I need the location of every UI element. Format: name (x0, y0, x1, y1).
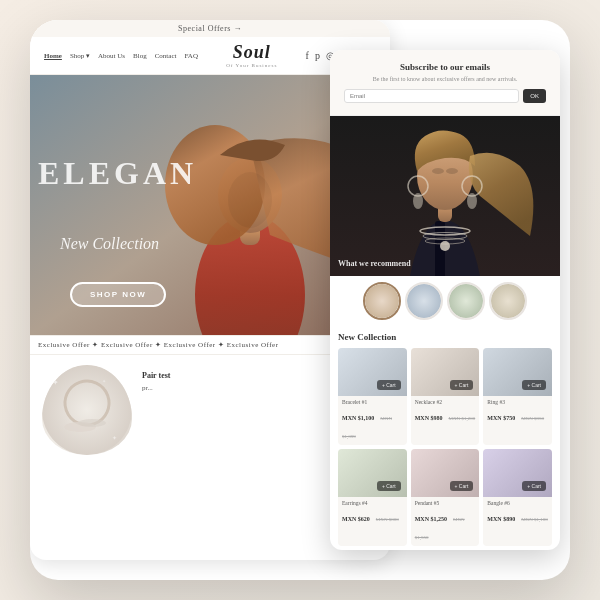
special-offers-bar[interactable]: Special Offers → (30, 20, 390, 37)
product-image: + Cart (338, 449, 407, 497)
what-recommend-label: What we recommend (338, 259, 411, 268)
product-info: Earrings #4 MXN $620 MXN $800 (338, 497, 407, 528)
svg-point-22 (413, 193, 423, 209)
nav-faq[interactable]: FAQ (184, 52, 197, 60)
subscribe-email-input[interactable] (344, 89, 519, 103)
thumb-item[interactable] (447, 282, 485, 320)
subscribe-title: Subscribe to our emails (344, 62, 546, 72)
nav-about[interactable]: About Us (98, 52, 125, 60)
svg-point-26 (446, 168, 458, 174)
earring-svg: ✦ ✦ ✦ (42, 365, 132, 455)
svg-text:✦: ✦ (52, 378, 59, 387)
product-name: Necklace #2 (415, 399, 476, 405)
jewelry-woman-svg (330, 116, 560, 276)
product-old-price: MXN $1,200 (449, 416, 476, 421)
hero-text-collection: New Collection (60, 235, 159, 253)
product-card: + Cart Pendant #5 MXN $1,250 MXN $1,550 (411, 449, 480, 546)
nav-contact[interactable]: Contact (155, 52, 177, 60)
add-to-cart-button[interactable]: + Cart (377, 380, 401, 390)
nav-blog[interactable]: Blog (133, 52, 147, 60)
product-card: + Cart Ring #3 MXN $750 MXN $950 (483, 348, 552, 445)
svg-point-24 (467, 193, 477, 209)
add-to-cart-button[interactable]: + Cart (450, 481, 474, 491)
new-collection-section: New Collection + Cart Bracelet #1 MXN $1… (330, 326, 560, 550)
subscribe-button[interactable]: OK (523, 89, 546, 103)
thumb-image (491, 284, 525, 318)
product-image: + Cart (411, 348, 480, 396)
product-thumbs-row (330, 276, 560, 326)
device-frame: Special Offers → Home Shop ▾ About Us Bl… (30, 20, 570, 580)
product-price: MXN $620 (342, 516, 370, 522)
special-offers-text: Special Offers → (178, 24, 242, 33)
product-old-price: MXN $1,100 (521, 517, 548, 522)
product-price: MXN $980 (415, 415, 443, 421)
subscribe-section: Subscribe to our emails Be the first to … (330, 50, 560, 116)
exclusive-text: Exclusive Offer ✦ Exclusive Offer ✦ Excl… (38, 341, 279, 349)
product-price: MXN $750 (487, 415, 515, 421)
product-name: Earrings #4 (342, 500, 403, 506)
product-name: Pendant #5 (415, 500, 476, 506)
logo-soul: Soul (226, 43, 277, 63)
nav-home[interactable]: Home (44, 52, 62, 60)
product-card: + Cart Necklace #2 MXN $980 MXN $1,200 (411, 348, 480, 445)
thumb-item[interactable] (405, 282, 443, 320)
nav-shop[interactable]: Shop ▾ (70, 52, 90, 60)
product-old-price: MXN $950 (521, 416, 544, 421)
thumb-image (407, 284, 441, 318)
thumb-image (365, 284, 399, 318)
add-to-cart-button[interactable]: + Cart (450, 380, 474, 390)
svg-text:✦: ✦ (112, 435, 117, 441)
facebook-icon[interactable]: f (306, 50, 309, 61)
product-name: Ring #3 (487, 399, 548, 405)
pair-text: Pair test pr... (142, 365, 171, 394)
product-info: Bangle #6 MXN $890 MXN $1,100 (483, 497, 552, 528)
shop-now-button[interactable]: SHOP NOW (70, 282, 166, 307)
add-to-cart-button[interactable]: + Cart (522, 481, 546, 491)
thumb-item[interactable] (363, 282, 401, 320)
product-image: + Cart (411, 449, 480, 497)
product-name: Bangle #6 (487, 500, 548, 506)
product-grid: + Cart Bracelet #1 MXN $1,100 MXN $1,399… (338, 348, 552, 546)
product-card: + Cart Bangle #6 MXN $890 MXN $1,100 (483, 449, 552, 546)
pinterest-icon[interactable]: p (315, 50, 320, 61)
product-image: + Cart (483, 449, 552, 497)
svg-point-20 (440, 241, 450, 251)
nav-links: Home Shop ▾ About Us Blog Contact FAQ (44, 52, 198, 60)
jewelry-hero-image: What we recommend (330, 116, 560, 276)
product-image: + Cart (483, 348, 552, 396)
product-info: Bracelet #1 MXN $1,100 MXN $1,399 (338, 396, 407, 445)
new-collection-title: New Collection (338, 332, 552, 342)
product-card: + Cart Earrings #4 MXN $620 MXN $800 (338, 449, 407, 546)
product-price: MXN $1,100 (342, 415, 374, 421)
product-image: + Cart (338, 348, 407, 396)
subscribe-form: OK (344, 89, 546, 103)
thumb-item[interactable] (489, 282, 527, 320)
pair-text-sub: pr... (142, 383, 171, 394)
svg-point-5 (228, 172, 272, 228)
product-price: MXN $1,250 (415, 516, 447, 522)
thumb-image (449, 284, 483, 318)
hero-text-elegan: ELEGAN (38, 155, 197, 192)
earring-image: ✦ ✦ ✦ (42, 365, 132, 455)
add-to-cart-button[interactable]: + Cart (377, 481, 401, 491)
subscribe-subtitle: Be the first to know about exclusive off… (344, 75, 546, 83)
product-name: Bracelet #1 (342, 399, 403, 405)
pair-text-bold: Pair test (142, 370, 171, 383)
svg-text:✦: ✦ (102, 379, 106, 384)
product-info: Pendant #5 MXN $1,250 MXN $1,550 (411, 497, 480, 546)
svg-point-9 (78, 419, 106, 427)
product-info: Ring #3 MXN $750 MXN $950 (483, 396, 552, 427)
logo: Soul Of Your Business (226, 43, 277, 68)
add-to-cart-button[interactable]: + Cart (522, 380, 546, 390)
svg-point-25 (432, 168, 444, 174)
logo-sub: Of Your Business (226, 63, 277, 69)
overlay-window: Subscribe to our emails Be the first to … (330, 50, 560, 550)
product-info: Necklace #2 MXN $980 MXN $1,200 (411, 396, 480, 427)
product-price: MXN $890 (487, 516, 515, 522)
product-card: + Cart Bracelet #1 MXN $1,100 MXN $1,399 (338, 348, 407, 445)
product-old-price: MXN $800 (376, 517, 399, 522)
